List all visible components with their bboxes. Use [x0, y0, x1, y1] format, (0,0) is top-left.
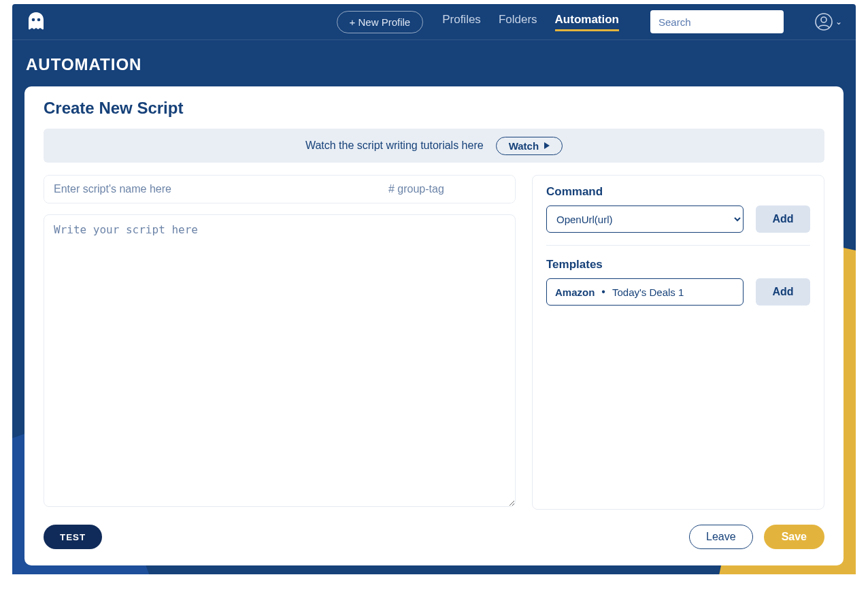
user-icon — [815, 13, 833, 31]
app-logo — [24, 10, 48, 33]
create-script-card: Create New Script Watch the script writi… — [24, 86, 844, 565]
svg-point-0 — [32, 18, 35, 22]
ghost-icon — [26, 11, 46, 33]
chevron-down-icon: ⌄ — [835, 17, 842, 27]
template-select[interactable]: Amazon • Today's Deals 1 — [546, 278, 744, 306]
watch-button[interactable]: Watch — [496, 137, 563, 155]
group-tag-input[interactable] — [379, 176, 515, 203]
svg-point-1 — [37, 18, 41, 22]
side-panel: Command OpenUrl(url) Add Templates Amazo… — [532, 175, 824, 510]
command-label: Command — [546, 185, 810, 199]
nav-automation[interactable]: Automation — [555, 13, 619, 31]
play-icon — [544, 142, 550, 149]
app-header: + New Profile Profiles Folders Automatio… — [12, 4, 856, 40]
tutorial-text: Watch the script writing tutorials here — [305, 139, 484, 152]
page-title: AUTOMATION — [12, 40, 856, 86]
card-footer: TEST Leave Save — [44, 525, 824, 549]
svg-point-3 — [821, 17, 827, 22]
user-menu[interactable]: ⌄ — [815, 13, 842, 31]
divider — [546, 245, 810, 246]
card-title: Create New Script — [44, 99, 824, 118]
script-body-textarea[interactable] — [44, 214, 516, 507]
leave-button[interactable]: Leave — [689, 525, 753, 549]
search-input[interactable] — [650, 10, 784, 33]
template-add-button[interactable]: Add — [756, 278, 810, 306]
test-button[interactable]: TEST — [44, 525, 102, 549]
save-button[interactable]: Save — [764, 525, 824, 549]
command-select[interactable]: OpenUrl(url) — [546, 205, 744, 233]
templates-label: Templates — [546, 258, 810, 272]
primary-nav: Profiles Folders Automation — [442, 13, 619, 31]
bullet-icon: • — [601, 286, 605, 298]
tutorial-banner: Watch the script writing tutorials here … — [44, 129, 824, 163]
template-subtitle: Today's Deals 1 — [612, 286, 684, 298]
new-profile-button[interactable]: + New Profile — [337, 11, 424, 33]
script-meta-row — [44, 175, 516, 203]
command-add-button[interactable]: Add — [756, 205, 810, 233]
watch-button-label: Watch — [509, 140, 539, 152]
nav-profiles[interactable]: Profiles — [442, 13, 481, 31]
template-name: Amazon — [555, 286, 595, 298]
script-name-input[interactable] — [44, 176, 379, 203]
nav-folders[interactable]: Folders — [499, 13, 537, 31]
